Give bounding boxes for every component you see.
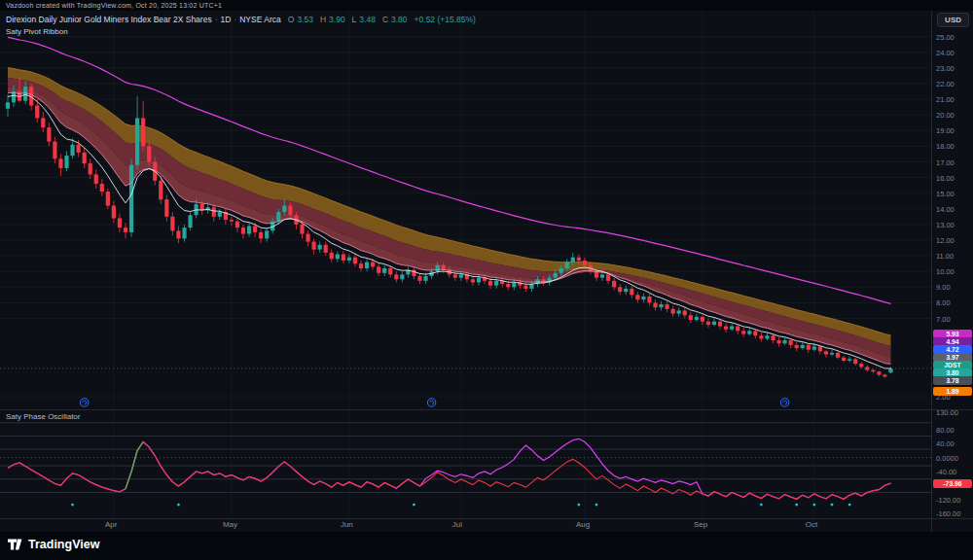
oscillator-tick-label: 130.00 — [936, 408, 958, 417]
oscillator-pane-graphics — [0, 409, 931, 518]
branding-bar: TradingView — [0, 532, 973, 560]
price-tick-label: 11.00 — [936, 252, 954, 261]
price-tick-label: 19.00 — [936, 126, 955, 135]
price-tick-label: 22.00 — [936, 80, 955, 88]
legend-separator: · — [215, 15, 218, 24]
month-label: Oct — [806, 520, 817, 529]
tradingview-logo[interactable]: TradingView — [8, 537, 99, 552]
price-tick-label: 7.00 — [936, 315, 951, 324]
month-label: Apr — [105, 520, 117, 529]
month-label: Jun — [341, 520, 353, 529]
price-tick-label: 10.00 — [936, 267, 955, 276]
high-label: H — [320, 15, 326, 24]
price-tick-label: 14.00 — [936, 205, 955, 214]
exchange-label[interactable]: NYSE Arca — [239, 15, 281, 24]
watermark-text: Vazdooh created with TradingView.com, Oc… — [6, 2, 222, 9]
price-tick-label: 21.00 — [936, 95, 955, 104]
tradingview-chart-window: Vazdooh created with TradingView.com, Oc… — [0, 0, 973, 560]
price-tick-label: 17.00 — [936, 158, 955, 167]
price-tick-label: 18.00 — [936, 142, 955, 151]
watermark-bar: Vazdooh created with TradingView.com, Oc… — [0, 0, 973, 11]
oscillator-tick-label: 80.00 — [936, 426, 955, 435]
currency-button[interactable]: USD — [937, 13, 969, 27]
oscillator-value-chip: -73.96 — [933, 479, 972, 488]
close-label: C — [382, 15, 388, 24]
event-marker[interactable] — [780, 399, 788, 406]
oscillator-tick-label: -160.00 — [936, 509, 960, 518]
month-label: Aug — [576, 520, 590, 529]
price-tick-label: 16.00 — [936, 174, 955, 183]
low-value: 3.48 — [359, 15, 376, 24]
pane-separator[interactable] — [0, 409, 973, 410]
oscillator-tick-label: -120.00 — [936, 496, 960, 505]
open-value: 3.53 — [297, 15, 313, 24]
low-label: L — [352, 15, 357, 24]
symbol-title[interactable]: Direxion Daily Junior Gold Miners Index … — [6, 15, 212, 24]
price-label-chip: 1.89 — [933, 387, 972, 396]
month-label: May — [223, 520, 237, 529]
event-marker[interactable] — [80, 399, 88, 406]
event-marker[interactable] — [427, 399, 435, 406]
price-tick-label: 23.00 — [936, 64, 955, 73]
indicator-name[interactable]: Saty Pivot Ribbon — [6, 27, 68, 36]
price-tick-label: 25.00 — [936, 33, 955, 42]
oscillator-tick-label: -40.00 — [936, 468, 956, 476]
oscillator-legend[interactable]: Saty Phase Oscillator — [6, 412, 80, 421]
price-pane-graphics — [0, 11, 931, 409]
close-value: 3.80 — [391, 15, 408, 24]
price-tick-label: 24.00 — [936, 49, 955, 57]
tradingview-logo-icon — [8, 537, 23, 552]
price-tick-label: 9.00 — [936, 283, 951, 292]
price-tick-label: 12.00 — [936, 236, 955, 245]
price-tick-label: 20.00 — [936, 111, 955, 120]
price-label-chip: 3.78 — [933, 376, 972, 385]
chart-legend: Direxion Daily Junior Gold Miners Index … — [6, 15, 476, 36]
price-axis[interactable]: 25.0024.0023.0022.0021.0020.0019.0018.00… — [931, 11, 973, 532]
chart-canvas[interactable] — [0, 0, 931, 518]
price-tick-label: 8.00 — [936, 298, 951, 307]
time-axis[interactable]: AprMayJunJulAugSepOct — [0, 518, 931, 532]
price-tick-label: 13.00 — [936, 221, 955, 229]
symbol-legend-row[interactable]: Direxion Daily Junior Gold Miners Index … — [6, 15, 476, 24]
month-label: Sep — [694, 520, 707, 529]
change-value: +0.52 (+15.85%) — [414, 15, 476, 24]
price-tick-label: 15.00 — [936, 190, 955, 198]
oscillator-tick-label: 0.0000 — [936, 454, 958, 463]
tradingview-logo-text: TradingView — [28, 538, 99, 551]
oscillator-tick-label: 40.00 — [936, 439, 955, 448]
timeframe-label[interactable]: 1D — [221, 15, 232, 24]
indicator-legend-row[interactable]: Saty Pivot Ribbon — [6, 27, 476, 36]
high-value: 3.90 — [329, 15, 345, 24]
open-label: O — [288, 15, 295, 24]
month-label: Jul — [452, 520, 462, 529]
legend-separator: · — [234, 15, 236, 24]
